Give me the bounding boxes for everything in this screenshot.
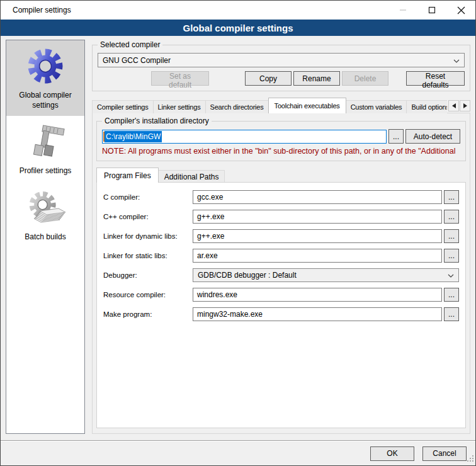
selected-compiler-group: Selected compiler GNU GCC Compiler Set a… [92, 45, 470, 91]
caption-buttons [388, 1, 475, 20]
c-compiler-label: C compiler: [103, 193, 193, 201]
cpp-compiler-label: C++ compiler: [103, 213, 193, 220]
c-compiler-row: C compiler: gcc.exe ... [103, 190, 459, 204]
minimize-icon [388, 1, 417, 20]
resource-compiler-value: windres.exe [197, 290, 237, 299]
main-panel: Selected compiler GNU GCC Compiler Set a… [92, 40, 470, 434]
set-as-default-button: Set as default [151, 71, 209, 86]
gray-gear-stack-icon [25, 188, 65, 229]
reset-defaults-button[interactable]: Reset defaults [406, 71, 465, 86]
rename-button[interactable]: Rename [293, 71, 340, 86]
settings-category-list: Global compiler settings [6, 40, 85, 434]
compiler-buttons-row: Set as default Copy Rename Delete Reset … [98, 71, 465, 86]
cpp-compiler-browse-button[interactable]: ... [444, 210, 459, 224]
blue-gear-icon [25, 47, 65, 87]
tab-custom-variables[interactable]: Custom variables [346, 100, 407, 113]
install-dir-group-label: Compiler's installation directory [102, 116, 212, 125]
compiler-settings-dialog: Compiler settings Global compiler settin… [0, 0, 476, 466]
tabs-scroll-area: Compiler settings Linker settings Search… [92, 98, 447, 113]
compiler-select[interactable]: GNU GCC Compiler [98, 53, 465, 67]
debugger-label: Debugger: [103, 271, 193, 279]
debugger-row: Debugger: GDB/CDB debugger : Default [103, 268, 459, 282]
maximize-icon[interactable] [417, 1, 446, 20]
install-dir-row: C:\raylib\MinGW ... Auto-detect [102, 129, 460, 144]
c-compiler-value: gcc.exe [197, 193, 223, 202]
debugger-select[interactable]: GDB/CDB debugger : Default [193, 268, 459, 282]
resize-grip-icon[interactable] [467, 455, 475, 465]
tab-toolchain-executables[interactable]: Toolchain executables [268, 98, 346, 113]
chevron-down-icon [453, 56, 460, 65]
ok-button[interactable]: OK [370, 446, 414, 461]
make-program-input[interactable]: mingw32-make.exe [193, 307, 442, 321]
tab-scroll-left-icon[interactable] [448, 100, 459, 111]
make-program-label: Make program: [103, 310, 193, 318]
make-program-value: mingw32-make.exe [197, 310, 263, 319]
delete-button: Delete [342, 71, 388, 86]
copy-button[interactable]: Copy [245, 71, 292, 86]
static-linker-browse-button[interactable]: ... [444, 249, 459, 263]
tab-search-directories[interactable]: Search directories [205, 100, 269, 113]
debugger-value: GDB/CDB debugger : Default [198, 271, 297, 280]
sidebar-item-label: Global compiler settings [8, 91, 83, 110]
settings-tabstrip: Compiler settings Linker settings Search… [92, 98, 470, 113]
close-icon[interactable] [446, 1, 475, 20]
chevron-down-icon [448, 271, 454, 280]
c-compiler-input[interactable]: gcc.exe [193, 190, 442, 204]
resource-compiler-input[interactable]: windres.exe [193, 288, 442, 302]
programs-notebook: Program Files Additional Paths C compile… [96, 168, 466, 428]
cancel-button[interactable]: Cancel [422, 446, 467, 461]
dialog-body: Global compiler settings [1, 36, 475, 440]
tab-program-files[interactable]: Program Files [96, 168, 159, 183]
page-title: Global compiler settings [1, 20, 475, 36]
install-dir-browse-button[interactable]: ... [388, 129, 404, 144]
cpp-compiler-row: C++ compiler: g++.exe ... [103, 210, 459, 224]
window-title: Compiler settings [1, 6, 71, 14]
dynamic-linker-input[interactable]: g++.exe [193, 229, 442, 243]
static-linker-input[interactable]: ar.exe [193, 249, 442, 263]
install-dir-input[interactable]: C:\raylib\MinGW [102, 130, 387, 144]
install-dir-note: NOTE: All programs must exist either in … [102, 147, 460, 156]
titlebar: Compiler settings [1, 1, 475, 20]
resource-compiler-browse-button[interactable]: ... [444, 288, 459, 302]
caliper-icon [25, 122, 65, 162]
resource-compiler-label: Resource compiler: [103, 291, 193, 298]
footer: OK Cancel [1, 441, 475, 465]
static-linker-row: Linker for static libs: ar.exe ... [103, 249, 459, 263]
resource-compiler-row: Resource compiler: windres.exe ... [103, 288, 459, 302]
cpp-compiler-value: g++.exe [197, 212, 224, 221]
tab-compiler-settings[interactable]: Compiler settings [92, 100, 154, 113]
selected-compiler-group-label: Selected compiler [98, 40, 162, 49]
auto-detect-button[interactable]: Auto-detect [405, 129, 460, 144]
sidebar-item-label: Batch builds [8, 232, 83, 242]
tab-linker-settings[interactable]: Linker settings [153, 100, 206, 113]
sidebar-item-batch-builds[interactable]: Batch builds [6, 182, 84, 248]
program-files-page: C compiler: gcc.exe ... C++ compiler: g+… [96, 182, 466, 428]
dynamic-linker-value: g++.exe [197, 232, 224, 241]
make-program-row: Make program: mingw32-make.exe ... [103, 307, 459, 321]
tab-scroll-right-icon[interactable] [460, 100, 470, 111]
dynamic-linker-browse-button[interactable]: ... [444, 229, 459, 243]
sidebar-item-profiler-settings[interactable]: Profiler settings [6, 116, 84, 182]
cpp-compiler-input[interactable]: g++.exe [193, 210, 442, 224]
make-program-browse-button[interactable]: ... [444, 307, 459, 321]
sidebar-item-label: Profiler settings [8, 166, 83, 176]
sidebar-item-global-compiler-settings[interactable]: Global compiler settings [6, 40, 84, 116]
dynamic-linker-label: Linker for dynamic libs: [103, 232, 193, 240]
install-dir-value: C:\raylib\MinGW [105, 131, 162, 142]
tab-scroll-buttons [448, 100, 470, 111]
tab-build-options[interactable]: Build options [406, 100, 447, 113]
static-linker-value: ar.exe [197, 251, 218, 260]
tab-additional-paths[interactable]: Additional Paths [158, 170, 225, 183]
static-linker-label: Linker for static libs: [103, 252, 193, 259]
programs-tabstrip: Program Files Additional Paths [96, 168, 466, 183]
dynamic-linker-row: Linker for dynamic libs: g++.exe ... [103, 229, 459, 243]
toolchain-executables-page: Compiler's installation directory C:\ray… [92, 113, 470, 434]
c-compiler-browse-button[interactable]: ... [444, 190, 459, 204]
install-dir-group: Compiler's installation directory C:\ray… [96, 121, 466, 161]
compiler-select-value: GNU GCC Compiler [103, 56, 171, 65]
